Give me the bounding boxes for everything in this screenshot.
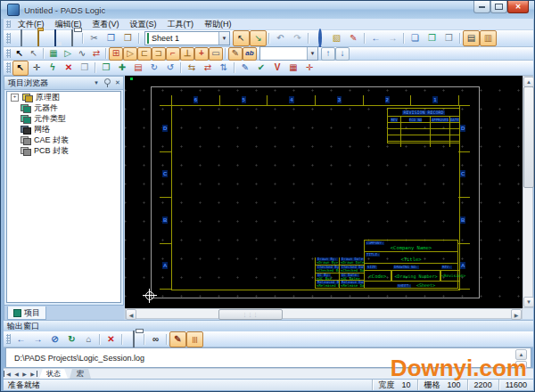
add-attribute-button[interactable]: ✛ [301, 61, 317, 76]
hscroll-thumb[interactable]: ⋮⋮⋮ [218, 309, 283, 320]
toolbar-grip[interactable] [6, 33, 11, 45]
push-up-button[interactable]: ↑ [321, 47, 335, 61]
back-button[interactable]: ← [12, 331, 29, 347]
new-window-button[interactable]: ❏ [407, 30, 424, 46]
renumber-button[interactable]: ↻ [146, 61, 162, 76]
menu-item-2[interactable]: 查看(V) [87, 19, 125, 30]
tree-item-3[interactable]: 网络 [7, 124, 120, 135]
company-value[interactable]: <Company Name> [365, 246, 457, 251]
save-button[interactable] [46, 30, 63, 46]
add-new-part-button[interactable]: ✚ [114, 61, 130, 76]
move-button[interactable]: ✛ [29, 61, 45, 76]
canvas-hscrollbar[interactable]: ◀ ⋮⋮⋮ ▶ [125, 308, 523, 319]
scroll-right-icon[interactable]: ▶ [511, 309, 522, 320]
rotate-button[interactable]: ↺ [162, 61, 178, 76]
vscroll-thumb[interactable] [523, 86, 534, 188]
title-block-field[interactable]: Release Date:<Release Date> [339, 281, 364, 289]
add-text-button[interactable]: ab [243, 47, 257, 61]
panel-menu-button[interactable]: ▾ [91, 78, 102, 88]
tree-item-1[interactable]: 元器件 [7, 102, 120, 113]
cascade-windows-button[interactable]: ❐ [424, 30, 440, 46]
print-button[interactable] [63, 30, 80, 46]
minimize-button[interactable] [473, 1, 490, 13]
add-junction-button[interactable]: + [194, 47, 209, 61]
output-tab-0[interactable]: 状态 [39, 369, 68, 379]
output-tab-1[interactable]: 宏 [70, 369, 91, 379]
tree-item-5[interactable]: PCB 封装 [7, 145, 120, 156]
title-block-field[interactable]: Released By:<Released By> [315, 281, 339, 289]
chevron-down-icon[interactable]: ▼ [307, 47, 317, 60]
push-down-button[interactable]: ↓ [335, 47, 350, 61]
refresh-button[interactable]: ↻ [63, 331, 80, 347]
tile-windows-button[interactable]: ❒ [440, 30, 457, 46]
toolbar-grip[interactable] [6, 49, 11, 58]
sheet-selector[interactable]: Sheet 1▼ [144, 31, 230, 45]
forward-button[interactable]: → [29, 331, 46, 347]
select-mode-button[interactable]: ↖ [12, 47, 27, 61]
revision-value[interactable]: <Revision> [441, 274, 459, 279]
add-gate-button[interactable]: ▷ [61, 47, 75, 61]
tree-item-4[interactable]: CAE 封装 [7, 135, 120, 145]
add-ground-button[interactable]: ⊥ [180, 47, 194, 61]
redline-fill-button[interactable]: ▧ [328, 30, 345, 46]
select-button[interactable]: ↖ [12, 61, 29, 76]
add-offpage-button[interactable]: ⊞ [109, 47, 123, 61]
cut-button[interactable]: ✂ [86, 30, 103, 46]
add-part-button[interactable]: ▦ [46, 47, 61, 61]
maximize-button[interactable] [490, 1, 507, 13]
connection-filter-button[interactable]: ↘ [250, 30, 267, 46]
copy-button[interactable]: ❐ [103, 30, 119, 46]
title-block-field[interactable]: Checked By:<Checked By> [315, 265, 339, 274]
prev-tab-icon[interactable]: ◀ [12, 371, 21, 377]
scroll-down-icon[interactable]: ▼ [523, 297, 534, 307]
panel-close-button[interactable]: ✕ [112, 78, 123, 88]
selection-filter-button[interactable]: ↖ [233, 30, 250, 46]
title-value[interactable]: <Title> [365, 257, 457, 263]
delete-button[interactable]: ✕ [61, 61, 77, 76]
menu-item-4[interactable]: 工具(T) [162, 19, 200, 30]
select-alt-button[interactable]: ↖ [27, 47, 41, 61]
last-tab-icon[interactable]: ▶ [29, 371, 37, 377]
value-tool-button[interactable]: V [269, 61, 285, 76]
clear-log-button[interactable]: ✕ [103, 331, 119, 347]
hierarchy-button[interactable]: ∿ [75, 47, 89, 61]
title-block-field[interactable]: Checked Date:<Checked Date> [339, 265, 364, 274]
title-block-field[interactable]: Drawn By:<Drawn By> [315, 257, 339, 265]
redo-button[interactable]: ↷ [289, 30, 306, 46]
drawing-number-value[interactable]: <Drawing Number> [392, 274, 440, 279]
duplicate-button[interactable]: ❐ [98, 61, 114, 76]
stop-button[interactable]: ⊘ [46, 331, 63, 347]
properties-button[interactable]: ❒ [77, 61, 93, 76]
edit-log-button[interactable]: ✎ [169, 331, 186, 347]
bom-tool-button[interactable]: ▦ [285, 61, 301, 76]
add-ff-right-button[interactable]: ⊐ [152, 47, 166, 61]
redline-film-button[interactable]: ▤ [130, 61, 146, 76]
edit-attributes-button[interactable]: ✎ [237, 61, 253, 76]
toolbar-grip[interactable] [6, 334, 11, 345]
menu-item-3[interactable]: 设置(S) [125, 19, 162, 30]
swap-pins-button[interactable]: ⇄ [200, 61, 216, 76]
title-block-field[interactable]: QC Date:<QC Date> [339, 274, 364, 282]
scroll-left-icon[interactable]: ◀ [126, 309, 136, 320]
new-button[interactable] [12, 30, 29, 46]
chevron-down-icon[interactable]: ▼ [218, 32, 229, 45]
add-connection-button[interactable]: ϟ [45, 61, 61, 76]
schematic-canvas[interactable]: 654321DDCCBBAA REVISION RECORD REVECO NO… [125, 76, 523, 308]
menu-item-5[interactable]: 帮助(H) [199, 19, 237, 30]
menu-item-0[interactable]: 文件(F) [12, 19, 50, 30]
draw-line-button[interactable]: ✎ [228, 47, 243, 61]
open-button[interactable] [29, 30, 46, 46]
add-signal-button[interactable]: ⌐ [166, 47, 180, 61]
pdf-report-button[interactable]: ▤ [463, 30, 480, 46]
tab-project[interactable]: 项目 [7, 306, 46, 320]
undo-button[interactable]: ↶ [272, 30, 289, 46]
revision-table[interactable]: REVISION RECORD REVECO NOAPPROVEDDATE [387, 108, 460, 143]
swap-refs-button[interactable]: ⇄ [89, 47, 103, 61]
next-tab-icon[interactable]: ▶ [21, 371, 29, 377]
canvas-vscrollbar[interactable]: ▲ ▼ [523, 76, 533, 308]
verify-design-button[interactable]: ✔ [253, 61, 269, 76]
redline-pen-button[interactable]: ✎ [345, 30, 362, 46]
expander-icon[interactable]: + [11, 94, 19, 102]
add-ff-left-button[interactable]: ⊏ [137, 47, 152, 61]
first-tab-icon[interactable]: ◀ [4, 371, 12, 377]
